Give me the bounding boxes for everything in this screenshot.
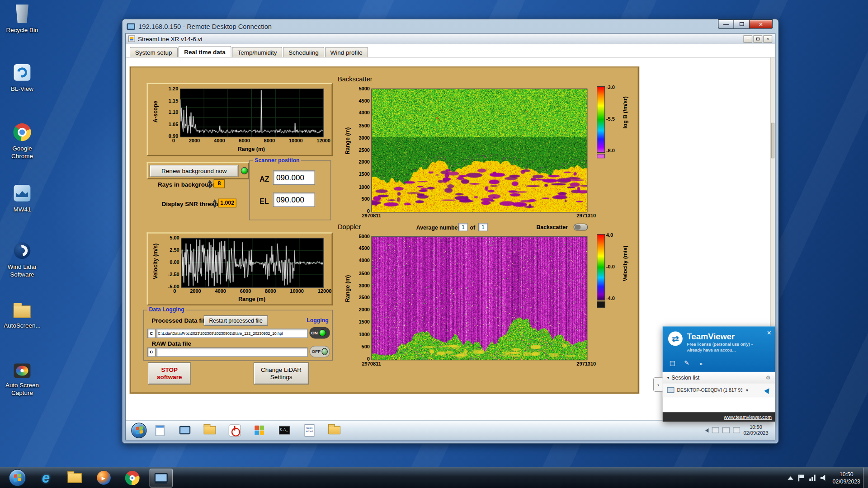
tab-wind-profile[interactable]: Wind profile (325, 47, 368, 57)
renew-background-button[interactable]: Renew background now (150, 165, 239, 177)
snr-spinner[interactable] (212, 199, 217, 208)
average-number-field[interactable]: 1 (458, 223, 468, 231)
raw-drive-button[interactable]: C (147, 347, 156, 357)
taskbar-item-remote-desktop[interactable] (150, 469, 173, 488)
tick-label: 2.50 (170, 247, 179, 253)
tick-label: 1.05 (169, 122, 178, 127)
mw41-icon (14, 185, 31, 202)
backscatter-y-axis: 5000450040003500300025002000150010005000 (352, 86, 370, 214)
doppler-x-start: 2970811 (362, 361, 381, 367)
tab-temp-humidity[interactable]: Temp/humidity (232, 47, 282, 57)
tab-scheduling[interactable]: Scheduling (283, 47, 324, 57)
raw-logging-toggle[interactable]: OFF (309, 346, 330, 357)
remote-clock[interactable]: 10:5002/09/2023 (743, 424, 768, 436)
tick-label: 1500 (359, 319, 370, 325)
chevron-down-icon[interactable]: ▼ (745, 388, 749, 392)
remote-taskbar-item-folder[interactable] (198, 422, 221, 439)
scrollbar-thumb[interactable] (771, 123, 774, 158)
action-center-flag-icon[interactable] (798, 474, 804, 481)
brush-icon[interactable]: ✎ (683, 360, 690, 367)
gear-icon[interactable]: ⚙ (766, 374, 771, 380)
show-desktop-button[interactable] (863, 468, 868, 488)
app-minimize-button[interactable]: – (743, 35, 752, 42)
processed-path-field[interactable]: C:\Lidar\Data\Proc\2023\202309\20230902\… (156, 328, 308, 338)
connect-cursor-icon[interactable] (764, 386, 771, 394)
el-value-field[interactable]: 090.000 (273, 192, 315, 207)
app-close-button[interactable]: × (764, 35, 773, 42)
raw-path-field[interactable] (156, 347, 308, 357)
average-count-field[interactable]: 1 (478, 223, 488, 231)
computer-row[interactable]: DESKTOP-OE0QDVI (1 817 937 ▼ (663, 384, 775, 398)
session-list-row[interactable]: ▾ Session list ⚙ (663, 372, 775, 384)
taskbar-item-explorer[interactable] (63, 469, 86, 488)
maximize-button[interactable] (734, 19, 749, 29)
desktop-icon-wind-lidar[interactable]: Wind Lidar Software (1, 240, 43, 278)
teamviewer-link[interactable]: www.teamviewer.com (724, 414, 772, 420)
taskbar-item-internet-explorer[interactable]: e (34, 469, 57, 488)
show-hidden-icons-arrow[interactable] (705, 428, 708, 432)
rays-spinner[interactable] (208, 180, 212, 189)
volume-icon[interactable] (821, 475, 828, 481)
backscatter-toggle-label: Backscatter (537, 224, 568, 230)
velocity-y-axis: 5.002.500.00-2.50-5.00 (160, 235, 179, 289)
tick-label: -3.0 (606, 84, 615, 90)
taskbar-item-media-player[interactable]: ▶ (92, 469, 115, 488)
app-restore-button[interactable] (754, 35, 763, 42)
remote-taskbar-item-power[interactable] (223, 422, 246, 439)
stop-software-button[interactable]: STOPsoftware (148, 362, 191, 385)
teamviewer-panel: › ⇄ TeamViewer Free license (personal us… (663, 326, 775, 422)
start-button[interactable] (5, 469, 28, 488)
snr-value[interactable]: 1.002 (218, 199, 236, 208)
remote-taskbar-item-scan-sched[interactable]: Scan sched (298, 422, 321, 439)
el-label: EL (259, 197, 269, 205)
collapse-icon[interactable]: « (698, 360, 705, 367)
clock[interactable]: 10:5002/09/2023 (833, 470, 860, 485)
tick-label: 500 (362, 196, 370, 202)
tray-icon-2[interactable] (722, 427, 730, 433)
az-value-field[interactable]: 090.000 (273, 170, 315, 185)
button-label: Change LiDAR (261, 366, 302, 374)
remote-taskbar-item-cmd[interactable]: C:\_ (273, 422, 296, 439)
network-icon[interactable] (809, 475, 815, 481)
tab-real-time-data[interactable]: Real time data (178, 46, 231, 57)
teamviewer-subtitle: Free license (personal use only) - Alrea… (687, 342, 760, 353)
clipboard-icon[interactable]: ▤ (669, 360, 676, 367)
tray-icon-1[interactable] (712, 427, 719, 433)
close-button[interactable]: × (749, 19, 773, 29)
button-label: Settings (270, 374, 292, 381)
backscatter-toggle-switch[interactable] (574, 224, 588, 231)
tick-label: 1.15 (169, 98, 178, 103)
remote-taskbar-item-monitor[interactable] (173, 422, 196, 439)
show-hidden-icons-arrow[interactable] (788, 476, 793, 479)
remote-start-button[interactable] (131, 422, 146, 438)
tick-label: 4500 (359, 246, 370, 251)
icon-label: Auto Screen Capture (5, 382, 39, 396)
desktop-icon-autoscreen[interactable]: AutoScreen... (1, 299, 43, 329)
app-titlebar[interactable]: StreamLine XR v14-6.vi – × (126, 34, 775, 44)
velocity-plot-canvas (181, 238, 324, 288)
desktop-icon-recycle-bin[interactable]: Recycle Bin (1, 3, 43, 33)
teamviewer-close-icon[interactable]: × (767, 328, 771, 337)
tick-label: 1.10 (169, 109, 178, 115)
minimize-button[interactable]: — (718, 19, 734, 29)
change-lidar-settings-button[interactable]: Change LiDARSettings (254, 362, 309, 385)
rdp-titlebar[interactable]: 192.168.0.150 - Remote Desktop Connectio… (123, 19, 778, 33)
remote-taskbar-item-windows-app[interactable] (248, 422, 271, 439)
desktop-icon-bl-view[interactable]: BL-View (1, 62, 43, 92)
date-text: 02/09/2023 (743, 430, 768, 436)
restart-processed-file-button[interactable]: Restart processed file (204, 315, 268, 326)
rays-value[interactable]: 8 (214, 179, 225, 188)
remote-taskbar-item-folder2[interactable] (323, 422, 346, 439)
processed-logging-toggle[interactable]: ON (309, 327, 330, 339)
average-number-label: Average number (416, 225, 460, 230)
tick-label: -0.0 (606, 264, 615, 269)
tab-system-setup[interactable]: System setup (130, 47, 178, 57)
tray-icon-3[interactable] (733, 427, 740, 433)
desktop-icon-auto-screen-capture[interactable]: Auto Screen Capture (1, 358, 43, 396)
remote-taskbar-item-document[interactable] (148, 422, 171, 439)
processed-drive-button[interactable]: C (147, 328, 156, 338)
desktop-icon-chrome[interactable]: Google Chrome (1, 122, 43, 160)
desktop-icon-mw41[interactable]: MW41 (1, 183, 43, 213)
teamviewer-collapse-tab[interactable]: › (653, 377, 663, 392)
taskbar-item-chrome[interactable] (121, 469, 144, 488)
